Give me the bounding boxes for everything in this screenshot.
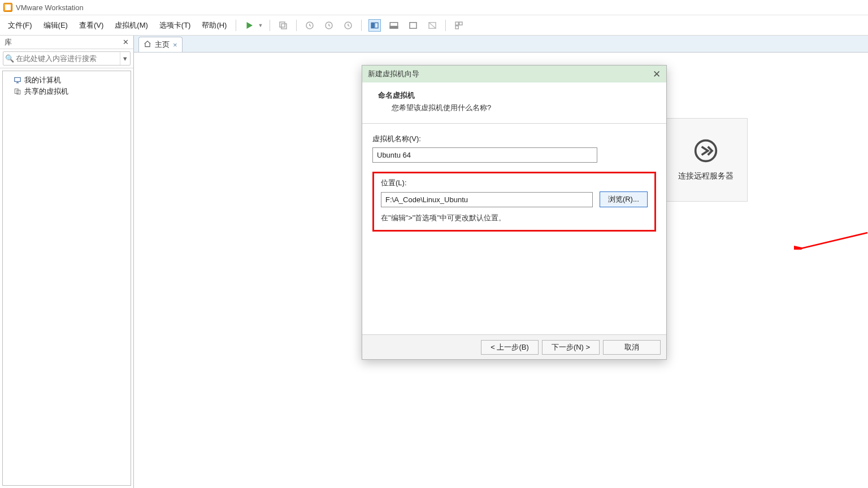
tab-home[interactable]: 主页 × xyxy=(138,37,183,52)
clock2-icon[interactable] xyxy=(323,19,335,32)
view-mode1-icon[interactable] xyxy=(368,19,381,32)
library-title: 库 xyxy=(5,37,12,47)
separator xyxy=(236,20,236,31)
connect-remote-card[interactable]: 连接远程服务器 xyxy=(664,118,748,202)
svg-rect-0 xyxy=(280,22,285,27)
power-on-icon[interactable] xyxy=(243,19,255,32)
location-highlight: 位置(L): 浏览(R)... 在"编辑">"首选项"中可更改默认位置。 xyxy=(372,172,656,232)
svg-rect-6 xyxy=(375,23,378,28)
clock1-icon[interactable] xyxy=(303,19,316,32)
unity-icon[interactable] xyxy=(426,19,439,32)
tab-close-icon[interactable]: × xyxy=(173,41,177,49)
vm-name-input[interactable] xyxy=(372,147,597,163)
dialog-header: 命名虚拟机 您希望该虚拟机使用什么名称? xyxy=(362,82,666,124)
monitor-icon xyxy=(13,76,22,84)
new-vm-wizard-dialog: 新建虚拟机向导 ✕ 命名虚拟机 您希望该虚拟机使用什么名称? 虚拟机名称(V):… xyxy=(362,65,667,360)
svg-rect-9 xyxy=(410,22,416,28)
next-button[interactable]: 下一步(N) > xyxy=(542,340,600,355)
snapshot-icon[interactable] xyxy=(277,19,289,32)
title-bar: VMware Workstation xyxy=(0,0,868,15)
menu-edit[interactable]: 编辑(E) xyxy=(38,17,73,34)
location-hint: 在"编辑">"首选项"中可更改默认位置。 xyxy=(381,213,648,223)
svg-rect-11 xyxy=(455,22,458,25)
tree-item-shared-vms[interactable]: 共享的虚拟机 xyxy=(5,86,128,97)
clock3-icon[interactable] xyxy=(342,19,354,32)
menu-file[interactable]: 文件(F) xyxy=(2,17,38,34)
separator xyxy=(296,20,297,31)
search-dropdown-icon[interactable]: ▾ xyxy=(120,52,130,65)
library-panel: 库 ✕ 🔍 ▾ 我的计算机 共享的虚拟机 xyxy=(0,36,134,488)
dialog-footer: < 上一步(B) 下一步(N) > 取消 xyxy=(362,334,666,359)
app-icon xyxy=(3,3,12,12)
tab-label: 主页 xyxy=(155,40,170,50)
search-icon: 🔍 xyxy=(3,54,16,63)
separator xyxy=(445,20,446,31)
library-header: 库 ✕ xyxy=(0,36,133,49)
separator xyxy=(270,20,270,31)
tree-item-label: 共享的虚拟机 xyxy=(24,86,68,97)
back-button[interactable]: < 上一步(B) xyxy=(481,340,539,355)
tree-item-label: 我的计算机 xyxy=(24,75,61,85)
app-title: VMware Workstation xyxy=(16,3,84,12)
menu-help[interactable]: 帮助(H) xyxy=(196,17,232,34)
dialog-subheading: 您希望该虚拟机使用什么名称? xyxy=(378,103,650,113)
view-mode2-icon[interactable] xyxy=(388,19,400,32)
browse-button[interactable]: 浏览(R)... xyxy=(600,191,648,207)
svg-line-18 xyxy=(801,233,867,249)
location-input[interactable] xyxy=(381,192,593,207)
dialog-close-icon[interactable]: ✕ xyxy=(653,68,661,80)
menu-view[interactable]: 查看(V) xyxy=(73,17,109,34)
svg-rect-12 xyxy=(459,22,462,25)
tab-strip: 主页 × xyxy=(134,36,868,53)
menu-bar: 文件(F) 编辑(E) 查看(V) 虚拟机(M) 选项卡(T) 帮助(H) ▼ xyxy=(0,15,868,36)
menu-tabs[interactable]: 选项卡(T) xyxy=(154,17,197,34)
library-tree: 我的计算机 共享的虚拟机 xyxy=(2,71,131,486)
close-library-icon[interactable]: ✕ xyxy=(123,38,129,46)
tile-icon[interactable] xyxy=(453,19,465,32)
shared-icon xyxy=(13,88,22,95)
separator xyxy=(361,20,362,31)
card-label: 连接远程服务器 xyxy=(678,171,734,181)
vm-name-label: 虚拟机名称(V): xyxy=(372,134,656,144)
home-icon xyxy=(144,40,151,50)
fullscreen-icon[interactable] xyxy=(407,19,419,32)
dialog-title: 新建虚拟机向导 xyxy=(368,69,419,79)
dropdown-icon[interactable]: ▼ xyxy=(258,23,263,28)
dialog-heading: 命名虚拟机 xyxy=(378,90,650,101)
cancel-button[interactable]: 取消 xyxy=(603,340,661,355)
annotation-arrow xyxy=(794,227,868,250)
tree-item-my-computer[interactable]: 我的计算机 xyxy=(5,75,128,86)
library-search[interactable]: 🔍 ▾ xyxy=(3,51,131,66)
dialog-titlebar[interactable]: 新建虚拟机向导 ✕ xyxy=(362,66,666,82)
location-label: 位置(L): xyxy=(381,178,648,188)
svg-rect-1 xyxy=(281,24,287,29)
dialog-body: 虚拟机名称(V): 位置(L): 浏览(R)... 在"编辑">"首选项"中可更… xyxy=(362,124,666,232)
svg-rect-8 xyxy=(390,26,398,28)
svg-rect-13 xyxy=(455,25,458,28)
svg-rect-14 xyxy=(15,77,21,81)
svg-rect-5 xyxy=(371,23,374,28)
search-input[interactable] xyxy=(16,54,120,63)
connect-icon xyxy=(693,138,718,163)
menu-vm[interactable]: 虚拟机(M) xyxy=(109,17,154,34)
